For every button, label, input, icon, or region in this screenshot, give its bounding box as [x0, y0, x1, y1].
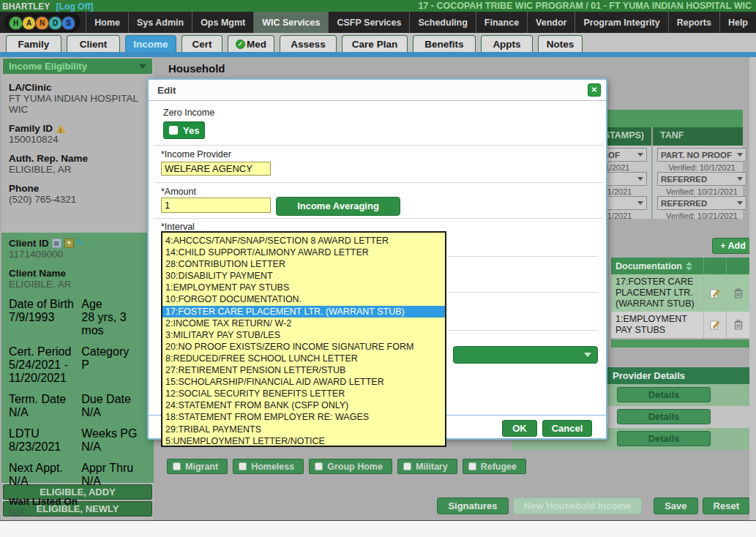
- signatures-button[interactable]: Signatures: [437, 497, 508, 514]
- edit-icon[interactable]: [703, 274, 726, 312]
- interval-options-list: 4:AHCCCS/TANF/SNAP/SECTION 8 AWARD LETTE…: [161, 231, 446, 447]
- menu-item-program-integrity[interactable]: Program Integrity: [575, 12, 667, 33]
- cancel-button[interactable]: Cancel: [542, 420, 592, 437]
- hand-icon: A: [23, 17, 35, 29]
- tab-notes[interactable]: Notes: [538, 35, 583, 52]
- divider: [448, 256, 598, 257]
- chevron-down-icon: [637, 177, 643, 181]
- homeless-checkbox[interactable]: Homeless: [233, 459, 304, 474]
- next-appt-label: Next Appt.: [9, 462, 81, 475]
- interval-option[interactable]: 3:MILITARY PAY STUB/LES: [162, 329, 445, 341]
- interval-option[interactable]: 27:RETIREMENT PENSION LETTER/STUB: [162, 364, 445, 376]
- client-name-value: ELIGIBLE, AR: [9, 279, 146, 290]
- interval-option[interactable]: 28:CONTRIBUTION LETTER: [162, 258, 445, 270]
- copy-icon[interactable]: [52, 239, 61, 248]
- add-documentation-button[interactable]: +Add: [712, 238, 754, 254]
- migrant-checkbox[interactable]: Migrant: [167, 459, 228, 474]
- sidebar: Income Eligibility LA/Clinic FT YUMA IND…: [1, 57, 154, 520]
- interval-option[interactable]: 5:UNEMPLOYMENT LETTER/NOTICE: [162, 435, 445, 447]
- trash-icon[interactable]: [726, 312, 749, 338]
- delete-column-header: [726, 258, 749, 274]
- interval-option[interactable]: 24:STATEMENT FROM BANK (CSFP ONLY): [162, 399, 445, 411]
- amount-input[interactable]: [161, 198, 271, 213]
- refugee-checkbox[interactable]: Refugee: [463, 459, 526, 474]
- menu-item-wic-services[interactable]: WIC Services: [253, 12, 328, 33]
- interval-option[interactable]: 2:INCOME TAX RETURN/ W-2: [162, 318, 445, 329]
- tab-med[interactable]: Med: [228, 35, 274, 52]
- tanf-select[interactable]: REFERRED: [657, 172, 746, 186]
- page-title: Household: [168, 62, 225, 75]
- menu-item-csfp-services[interactable]: CSFP Services: [328, 12, 409, 33]
- select-value: PART. NO PROOF: [661, 151, 732, 159]
- details-button[interactable]: Details: [617, 431, 711, 446]
- tab-care-plan[interactable]: Care Plan: [342, 35, 408, 52]
- interval-option[interactable]: 15:SCHOLARSHIP/FINANCIAL AID AWARD LETTE…: [162, 376, 445, 388]
- tab-benefits[interactable]: Benefits: [413, 35, 476, 52]
- interval-option[interactable]: 30:DISABILITY PAYMENT: [162, 270, 445, 282]
- interval-option[interactable]: 12:SOCIAL SECURITY BENEFITS LETTER: [162, 388, 445, 399]
- tab-income[interactable]: Income: [125, 35, 176, 52]
- interval-option[interactable]: 14:CHILD SUPPORT/ALIMONY AWARD LETTER: [162, 247, 445, 258]
- trash-icon[interactable]: [726, 274, 749, 312]
- verified-date: Verified: 10/21/2021: [657, 211, 746, 220]
- status-flag-row: Migrant Homeless Group Home Military Ref…: [167, 459, 526, 474]
- group-home-checkbox[interactable]: Group Home: [309, 459, 392, 474]
- tanf-select[interactable]: REFERRED: [657, 196, 746, 210]
- menu-item-finance[interactable]: Finance: [476, 12, 527, 33]
- military-checkbox[interactable]: Military: [397, 459, 457, 474]
- flag-label: Refugee: [481, 462, 517, 472]
- menu-item-ops-mgmt[interactable]: Ops Mgmt: [192, 12, 253, 33]
- save-button[interactable]: Save: [654, 497, 697, 514]
- add-client-icon[interactable]: [64, 239, 74, 248]
- cert-period-label: Cert. Period: [9, 345, 81, 358]
- tanf-select[interactable]: PART. NO PROOF: [657, 148, 746, 162]
- weeks-pg-label: Weeks PG: [81, 427, 146, 440]
- details-button[interactable]: Details: [617, 387, 711, 402]
- close-icon[interactable]: ✕: [588, 83, 601, 97]
- interval-option[interactable]: 8:REDUCED/FREE SCHOOL LUNCH LETTER: [162, 353, 445, 364]
- details-button[interactable]: Details: [617, 409, 711, 424]
- interval-option[interactable]: 18:STATEMENT FROM EMPLOYER RE: WAGES: [162, 411, 445, 423]
- tab-family[interactable]: Family: [6, 35, 61, 52]
- menu-item-reports[interactable]: Reports: [668, 12, 719, 33]
- logoff-link[interactable]: [Log Off]: [56, 1, 94, 12]
- income-averaging-button[interactable]: Income Averaging: [276, 197, 400, 216]
- auth-rep-value: ELIGIBLE, AR: [9, 164, 146, 175]
- reset-button[interactable]: Reset: [703, 497, 750, 514]
- flag-label: Group Home: [327, 462, 383, 472]
- sort-icon[interactable]: [686, 262, 692, 271]
- interval-option[interactable]: 10:FORGOT DOCUMENTATION.: [162, 293, 445, 305]
- hand-icon: S: [62, 17, 75, 29]
- interval-option[interactable]: 29:TRIBAL PAYMENTS: [162, 424, 445, 435]
- menu-item-help[interactable]: Help: [719, 12, 756, 33]
- family-info-panel: LA/Clinic FT YUMA INDIAN HOSPITAL WIC Fa…: [1, 75, 154, 233]
- edit-icon[interactable]: [703, 312, 726, 338]
- warning-icon: [56, 124, 66, 133]
- tab-assess[interactable]: Assess: [280, 35, 337, 52]
- tab-appts[interactable]: Appts: [481, 35, 533, 52]
- ok-button[interactable]: OK: [502, 420, 537, 437]
- interval-option[interactable]: 20:NO PROOF EXISTS/ZERO INCOME SIGNATURE…: [162, 341, 445, 353]
- interval-option[interactable]: 1:EMPLOYMENT PAY STUBS: [162, 282, 445, 293]
- zero-income-toggle[interactable]: Yes: [163, 121, 205, 139]
- edit-pencil-icon[interactable]: [77, 238, 84, 249]
- new-household-income-button: New Household Income: [513, 497, 643, 514]
- documentation-header-label: Documentation: [615, 261, 682, 271]
- menu-item-sys-admin[interactable]: Sys Admin: [128, 12, 192, 33]
- checkbox-icon: [169, 126, 178, 135]
- tab-client[interactable]: Client: [67, 35, 120, 52]
- menu-item-vendor[interactable]: Vendor: [527, 12, 575, 33]
- interval-option[interactable]: 17:FOSTER CARE PLACEMENT LTR. (WARRANT S…: [162, 306, 445, 318]
- proof-select[interactable]: [453, 346, 598, 364]
- interval-option[interactable]: 4:AHCCCS/TANF/SNAP/SECTION 8 AWARD LETTE…: [162, 235, 445, 247]
- tab-cert[interactable]: Cert: [181, 35, 222, 52]
- chevron-down-icon: [737, 177, 743, 181]
- term-date-value: N/A: [9, 406, 81, 419]
- income-provider-input[interactable]: [161, 162, 271, 176]
- income-eligibility-dropdown[interactable]: Income Eligibility: [3, 59, 152, 74]
- menu-item-scheduling[interactable]: Scheduling: [409, 12, 475, 33]
- flag-label: Migrant: [185, 462, 218, 472]
- user-session: BHARTLEY [Log Off]: [2, 0, 93, 12]
- chevron-down-icon: [637, 201, 643, 205]
- menu-item-home[interactable]: Home: [86, 12, 128, 33]
